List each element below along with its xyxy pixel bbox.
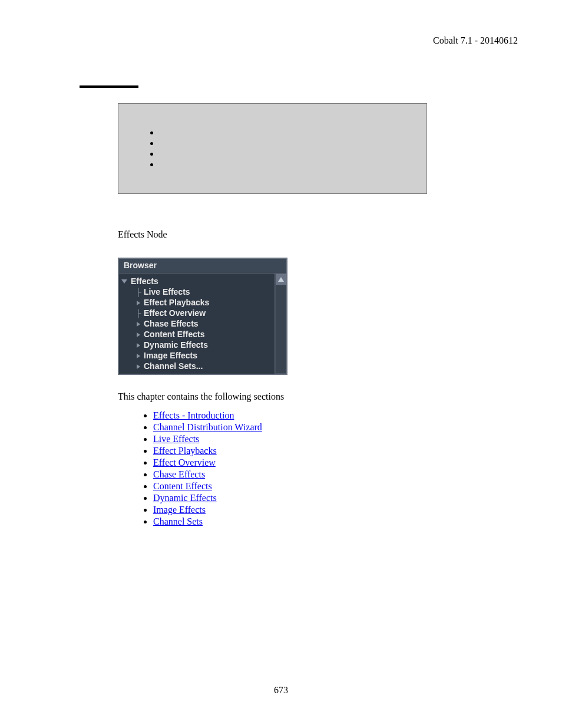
- section-link[interactable]: Effects - Introduction: [153, 410, 234, 420]
- intro-bullet: [160, 138, 415, 147]
- tree-item-label: Effect Overview: [143, 308, 206, 318]
- section-link[interactable]: Chase Effects: [153, 469, 205, 479]
- intro-box: [118, 103, 427, 194]
- tree-root-label: Effects: [130, 276, 158, 286]
- intro-bullet-list: [130, 127, 415, 169]
- browser-title: Browser: [119, 259, 286, 274]
- tree-item[interactable]: Channel Sets...: [121, 361, 275, 371]
- tree-tee-icon: ├: [134, 288, 143, 296]
- section-list-item: Channel Sets: [153, 516, 427, 527]
- section-link[interactable]: Channel Sets: [153, 516, 203, 526]
- chevron-right-icon: [134, 341, 143, 348]
- section-link[interactable]: Dynamic Effects: [153, 493, 217, 503]
- chevron-right-icon: [134, 363, 143, 370]
- tree-tee-icon: ├: [134, 309, 143, 317]
- section-list-item: Effect Playbacks: [153, 446, 427, 456]
- chevron-right-icon: [134, 352, 143, 359]
- tree-item-label: Content Effects: [143, 330, 204, 339]
- content-area: Effects Node Browser Effects ├Live Effec…: [118, 103, 427, 528]
- tree-item-label: Chase Effects: [143, 319, 199, 328]
- sections-intro-text: This chapter contains the following sect…: [118, 391, 427, 402]
- tree-item[interactable]: Content Effects: [121, 329, 275, 340]
- browser-body: Effects ├Live EffectsEffect Playbacks├Ef…: [119, 274, 286, 374]
- tree-item[interactable]: ├Live Effects: [121, 286, 275, 297]
- header-version: Cobalt 7.1 - 20140612: [433, 35, 518, 46]
- intro-bullet: [160, 159, 415, 169]
- section-list-item: Live Effects: [153, 434, 427, 444]
- section-link[interactable]: Channel Distribution Wizard: [153, 422, 262, 432]
- effects-node-heading: Effects Node: [118, 229, 427, 240]
- section-link[interactable]: Image Effects: [153, 505, 206, 515]
- tree-item[interactable]: Chase Effects: [121, 318, 275, 329]
- section-link[interactable]: Live Effects: [153, 434, 199, 444]
- section-rule: [80, 85, 138, 88]
- tree-root-effects[interactable]: Effects: [121, 276, 275, 286]
- section-link[interactable]: Effect Playbacks: [153, 446, 217, 456]
- intro-bullet: [160, 149, 415, 158]
- intro-bullet: [160, 127, 415, 137]
- chevron-right-icon: [134, 331, 143, 338]
- chevron-right-icon: [134, 299, 143, 306]
- chevron-down-icon: [121, 279, 127, 284]
- tree-item-label: Live Effects: [143, 287, 190, 297]
- sections-link-list: Effects - IntroductionChannel Distributi…: [118, 410, 427, 527]
- chevron-right-icon: [134, 320, 143, 327]
- tree-item[interactable]: Dynamic Effects: [121, 340, 275, 350]
- tree-item-label: Dynamic Effects: [143, 340, 208, 350]
- tree-item-label: Effect Playbacks: [143, 298, 209, 307]
- section-list-item: Chase Effects: [153, 469, 427, 480]
- tree-item[interactable]: ├Effect Overview: [121, 308, 275, 318]
- scroll-up-button[interactable]: [276, 274, 286, 285]
- scrollbar[interactable]: [275, 274, 286, 374]
- page-number: 673: [0, 685, 562, 696]
- tree-area: Effects ├Live EffectsEffect Playbacks├Ef…: [119, 274, 275, 374]
- section-list-item: Image Effects: [153, 505, 427, 515]
- chevron-up-icon: [278, 277, 284, 282]
- section-link[interactable]: Effect Overview: [153, 457, 216, 467]
- section-list-item: Effect Overview: [153, 457, 427, 468]
- section-list-item: Dynamic Effects: [153, 493, 427, 503]
- browser-panel: Browser Effects ├Live EffectsEffect Play…: [118, 258, 287, 375]
- tree-item[interactable]: Image Effects: [121, 350, 275, 361]
- tree-item[interactable]: Effect Playbacks: [121, 297, 275, 308]
- section-list-item: Channel Distribution Wizard: [153, 422, 427, 433]
- tree-item-label: Channel Sets...: [143, 361, 203, 371]
- section-link[interactable]: Content Effects: [153, 481, 212, 491]
- tree-item-label: Image Effects: [143, 351, 197, 360]
- section-list-item: Content Effects: [153, 481, 427, 492]
- section-list-item: Effects - Introduction: [153, 410, 427, 421]
- scroll-track[interactable]: [276, 285, 286, 373]
